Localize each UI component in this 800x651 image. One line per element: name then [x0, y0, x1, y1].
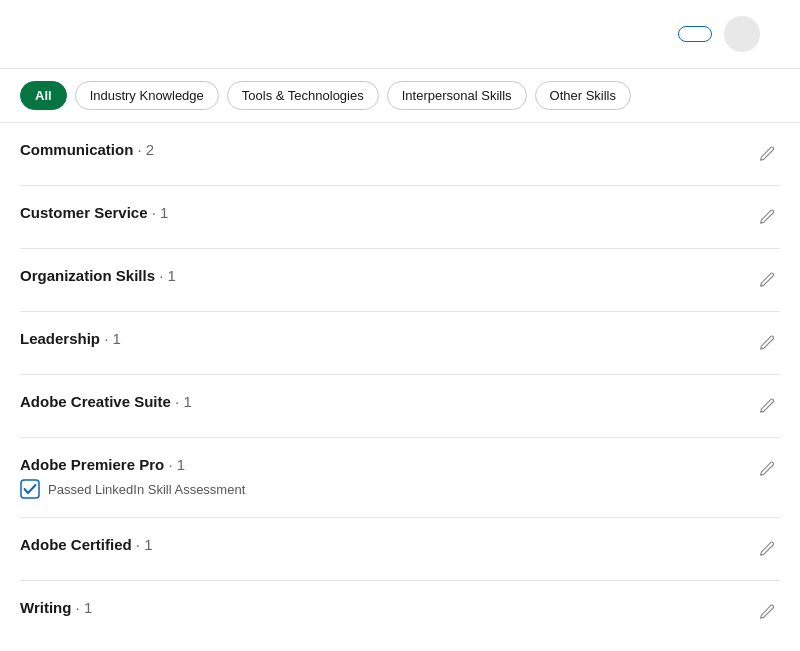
take-skill-quiz-button[interactable] [678, 26, 712, 42]
skill-count: · 1 [104, 330, 121, 347]
skill-count: · 1 [152, 204, 169, 221]
skill-name: Adobe Creative Suite · 1 [20, 393, 192, 410]
skill-info: Communication · 2 [20, 141, 154, 158]
edit-skill-button[interactable] [754, 456, 780, 482]
skill-count: · 1 [76, 599, 93, 616]
filter-tab-tools-technologies[interactable]: Tools & Technologies [227, 81, 379, 110]
edit-skill-button[interactable] [754, 536, 780, 562]
badge-check-icon [20, 479, 40, 499]
skill-info: Organization Skills · 1 [20, 267, 176, 284]
skill-info: Adobe Creative Suite · 1 [20, 393, 192, 410]
skill-name: Adobe Premiere Pro · 1 [20, 456, 245, 473]
skill-item: Adobe Creative Suite · 1 [20, 375, 780, 438]
skill-count: · 2 [138, 141, 155, 158]
skill-item: Adobe Certified · 1 [20, 518, 780, 581]
skill-item: Communication · 2 [20, 123, 780, 186]
skill-item: Adobe Premiere Pro · 1 Passed LinkedIn S… [20, 438, 780, 518]
skill-info: Customer Service · 1 [20, 204, 168, 221]
skill-name: Communication · 2 [20, 141, 154, 158]
skill-name: Adobe Certified · 1 [20, 536, 153, 553]
skill-item: Organization Skills · 1 [20, 249, 780, 312]
skill-count: · 1 [168, 456, 185, 473]
pencil-icon [758, 460, 776, 478]
filter-tab-industry-knowledge[interactable]: Industry Knowledge [75, 81, 219, 110]
header [0, 0, 800, 69]
skill-info: Writing · 1 [20, 599, 92, 616]
badge-label: Passed LinkedIn Skill Assessment [48, 482, 245, 497]
filter-tabs: All Industry Knowledge Tools & Technolog… [0, 69, 800, 123]
filter-tab-other-skills[interactable]: Other Skills [535, 81, 631, 110]
skill-count: · 1 [175, 393, 192, 410]
edit-skill-button[interactable] [754, 393, 780, 419]
back-button[interactable] [20, 30, 28, 38]
edit-skill-button[interactable] [754, 141, 780, 167]
pencil-icon [758, 334, 776, 352]
edit-skill-button[interactable] [754, 204, 780, 230]
skill-info: Adobe Premiere Pro · 1 Passed LinkedIn S… [20, 456, 245, 499]
more-options-button[interactable] [724, 16, 760, 52]
skill-count: · 1 [159, 267, 176, 284]
skill-item: Customer Service · 1 [20, 186, 780, 249]
skill-info: Leadership · 1 [20, 330, 121, 347]
edit-skill-button[interactable] [754, 267, 780, 293]
pencil-icon [758, 603, 776, 621]
filter-tab-all[interactable]: All [20, 81, 67, 110]
skills-list: Communication · 2 Customer Service · 1 O… [0, 123, 800, 643]
pencil-icon [758, 145, 776, 163]
pencil-icon [758, 208, 776, 226]
add-skill-button[interactable] [772, 30, 780, 38]
pencil-icon [758, 271, 776, 289]
skill-count: · 1 [136, 536, 153, 553]
skill-name: Organization Skills · 1 [20, 267, 176, 284]
pencil-icon [758, 397, 776, 415]
skill-info: Adobe Certified · 1 [20, 536, 153, 553]
filter-tab-interpersonal-skills[interactable]: Interpersonal Skills [387, 81, 527, 110]
pencil-icon [758, 540, 776, 558]
skill-badge: Passed LinkedIn Skill Assessment [20, 479, 245, 499]
skill-item: Writing · 1 [20, 581, 780, 643]
skill-item: Leadership · 1 [20, 312, 780, 375]
skill-name: Customer Service · 1 [20, 204, 168, 221]
skill-name: Leadership · 1 [20, 330, 121, 347]
edit-skill-button[interactable] [754, 599, 780, 625]
edit-skill-button[interactable] [754, 330, 780, 356]
skill-name: Writing · 1 [20, 599, 92, 616]
